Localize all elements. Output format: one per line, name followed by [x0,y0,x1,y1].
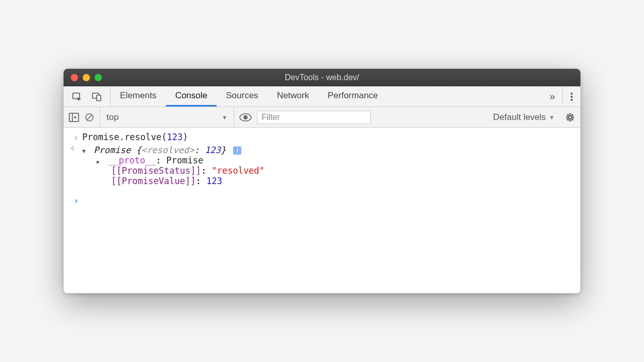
tab-sources[interactable]: Sources [217,86,267,107]
window-controls [64,74,102,81]
svg-rect-6 [69,113,79,122]
tab-elements[interactable]: Elements [111,86,166,107]
more-tabs-button[interactable]: » [549,90,555,102]
context-selector[interactable]: top ▼ [100,107,234,127]
tabbar-right: » [542,86,580,107]
svg-point-3 [571,93,573,95]
console-output: Promise.resolve(123) ▼ Promise {<resolve… [64,128,580,293]
kebab-menu-icon[interactable] [570,92,573,102]
svg-line-9 [87,115,92,120]
clear-console-icon[interactable] [84,112,95,123]
context-label: top [106,112,119,123]
promise-status-row: [[PromiseStatus]]: "resolved" [82,165,574,176]
inspect-element-icon[interactable] [72,92,82,102]
console-toolbar: top ▼ Default levels ▼ [64,107,580,128]
tab-network[interactable]: Network [268,86,318,107]
svg-point-5 [571,99,573,101]
titlebar: DevTools - web.dev/ [64,69,580,86]
live-expression-icon[interactable] [239,113,252,122]
svg-rect-0 [73,93,80,99]
input-chevron-icon [70,132,82,143]
devtools-window: DevTools - web.dev/ Elements Console Sou… [64,69,580,293]
tab-performance[interactable]: Performance [318,86,387,107]
console-result-row: ▼ Promise {<resolved>: 123} i ▶ __proto_… [64,144,580,187]
levels-label: Default levels [493,112,546,123]
tab-console[interactable]: Console [166,86,217,107]
filter-input[interactable] [257,111,371,124]
panel-tabbar: Elements Console Sources Network Perform… [64,86,580,107]
dropdown-icon: ▼ [222,114,227,120]
expand-toggle-icon[interactable]: ▼ [82,148,88,155]
promise-value-row: [[PromiseValue]]: 123 [82,176,574,186]
separator [562,86,563,107]
window-title: DevTools - web.dev/ [64,73,580,82]
proto-row[interactable]: ▶ __proto__: Promise [82,155,574,165]
info-icon[interactable]: i [233,146,241,155]
dropdown-icon: ▼ [549,114,555,120]
console-prompt-row[interactable]: › [64,194,580,207]
console-settings-icon[interactable] [565,112,575,123]
device-toolbar-icon[interactable] [91,92,102,102]
minimize-window-button[interactable] [83,74,90,81]
svg-point-4 [571,96,573,98]
zoom-window-button[interactable] [95,74,102,81]
prompt-chevron-icon: › [70,195,82,206]
svg-point-12 [75,148,76,149]
console-input-row: Promise.resolve(123) [64,131,580,144]
expand-toggle-icon[interactable]: ▶ [97,159,103,164]
close-window-button[interactable] [71,74,78,81]
toggle-sidebar-icon[interactable] [69,113,79,122]
input-expression: Promise.resolve(123) [82,132,574,142]
svg-rect-2 [97,95,101,101]
inspect-tools [64,86,111,107]
tabs: Elements Console Sources Network Perform… [111,86,542,107]
svg-point-11 [243,115,248,119]
log-levels-selector[interactable]: Default levels ▼ [493,112,560,123]
result-object[interactable]: ▼ Promise {<resolved>: 123} i ▶ __proto_… [82,145,574,186]
output-chevron-icon [70,145,82,152]
